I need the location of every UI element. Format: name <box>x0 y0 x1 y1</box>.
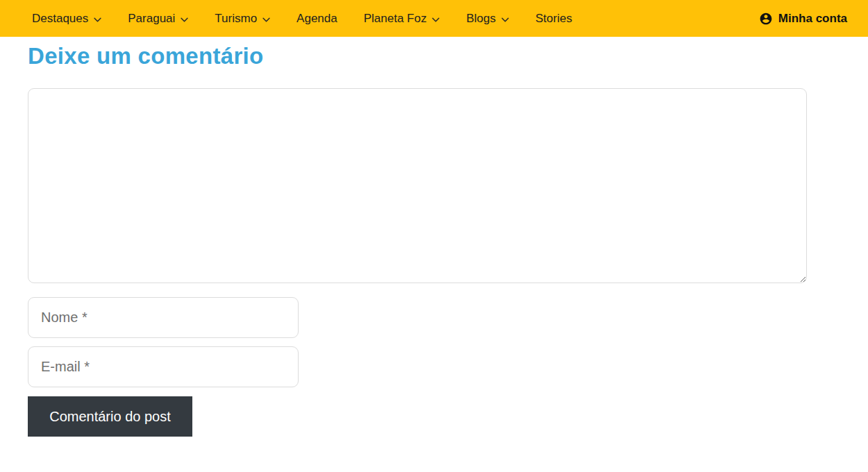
nav-item-destaques[interactable]: Destaques <box>32 12 101 26</box>
comment-textarea[interactable] <box>28 88 807 283</box>
nav-item-stories[interactable]: Stories <box>535 12 572 26</box>
account-circle-icon <box>759 12 773 26</box>
nav-item-label: Paraguai <box>128 12 175 26</box>
nav-item-label: Stories <box>535 12 572 26</box>
account-menu[interactable]: Minha conta <box>759 12 847 26</box>
comment-section: Deixe um comentário Comentário do post <box>0 43 868 437</box>
chevron-down-icon <box>501 17 509 22</box>
chevron-down-icon <box>262 17 270 22</box>
submit-comment-button[interactable]: Comentário do post <box>28 396 192 437</box>
comment-section-title: Deixe um comentário <box>28 43 868 69</box>
nav-item-blogs[interactable]: Blogs <box>466 12 509 26</box>
nav-item-label: Turismo <box>215 12 257 26</box>
nav-links: Destaques Paraguai Turismo Agenda Planet… <box>32 12 572 26</box>
nav-item-turismo[interactable]: Turismo <box>215 12 270 26</box>
nav-item-label: Blogs <box>466 12 496 26</box>
chevron-down-icon <box>432 17 440 22</box>
chevron-down-icon <box>181 17 188 22</box>
nav-item-paraguai[interactable]: Paraguai <box>128 12 188 26</box>
name-input[interactable] <box>28 297 299 338</box>
nav-item-label: Destaques <box>32 12 88 26</box>
email-input[interactable] <box>28 346 299 387</box>
top-navbar: Destaques Paraguai Turismo Agenda Planet… <box>0 0 868 37</box>
nav-item-agenda[interactable]: Agenda <box>297 12 337 26</box>
chevron-down-icon <box>94 17 101 22</box>
nav-item-label: Agenda <box>297 12 337 26</box>
nav-item-planeta-foz[interactable]: Planeta Foz <box>364 12 440 26</box>
account-menu-label: Minha conta <box>778 12 847 26</box>
nav-item-label: Planeta Foz <box>364 12 427 26</box>
comment-form: Comentário do post <box>28 88 868 437</box>
